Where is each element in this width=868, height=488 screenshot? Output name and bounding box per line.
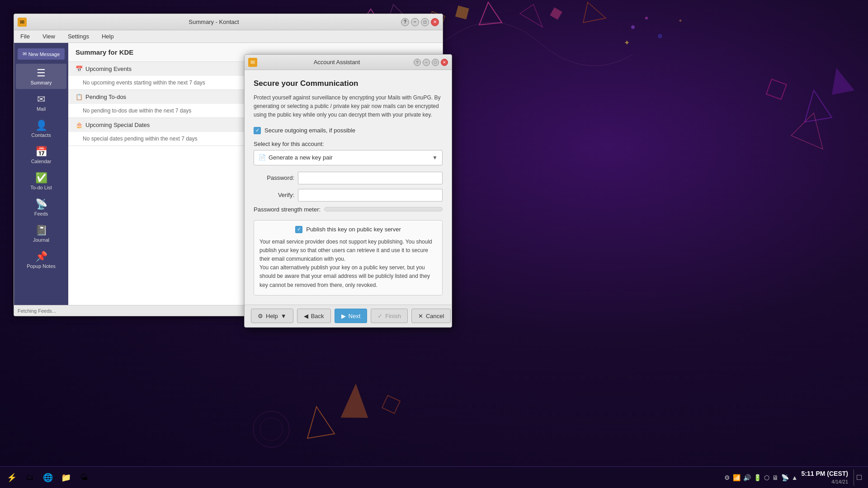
back-button[interactable]: ◀ Back	[297, 309, 331, 323]
dialog-help-button[interactable]: ?	[414, 59, 421, 66]
dialog-section-title: Secure your Communication	[254, 79, 443, 88]
secure-emails-label: Secure outgoing emails, if possible	[264, 127, 355, 134]
strength-bar-container	[324, 207, 443, 211]
dialog-minimize-button[interactable]: −	[423, 59, 430, 66]
cancel-button[interactable]: ✕ Cancel	[411, 309, 451, 323]
help-dropdown-icon: ▼	[281, 313, 287, 319]
verify-label: Verify:	[254, 192, 294, 198]
finish-button[interactable]: ✓ Finish	[371, 309, 408, 323]
dialog-title: Account Assistant	[260, 59, 414, 66]
select-key-label: Select key for this account:	[254, 141, 443, 147]
publish-checkbox-row: ✓ Publish this key on public key server	[259, 226, 437, 233]
account-assistant-dialog: ✉ Account Assistant ? − □ ✕ Secure your …	[244, 54, 452, 328]
strength-row: Password strength meter:	[254, 206, 443, 213]
dialog-footer: ⚙ Help ▼ ◀ Back ▶ Next ✓ Finish ✕ Cancel	[245, 305, 452, 327]
verify-row: Verify:	[254, 189, 443, 202]
key-select-arrow-icon: ▼	[432, 155, 438, 161]
password-row: Password:	[254, 172, 443, 184]
key-select-value: 📄 Generate a new key pair	[259, 154, 432, 161]
next-button[interactable]: ▶ Next	[335, 309, 368, 323]
key-icon: 📄	[259, 154, 266, 161]
password-label: Password:	[254, 174, 294, 181]
password-input[interactable]	[298, 172, 443, 184]
publish-box: ✓ Publish this key on public key server …	[254, 220, 443, 296]
publish-description: Your email service provider does not sup…	[259, 238, 437, 290]
finish-icon: ✓	[377, 313, 382, 319]
publish-checkbox[interactable]: ✓	[295, 226, 302, 233]
dialog-body: Secure your Communication Protect yourse…	[245, 70, 452, 305]
strength-label: Password strength meter:	[254, 206, 321, 213]
dialog-description: Protect yourself against surveillance by…	[254, 94, 443, 120]
help-button[interactable]: ⚙ Help ▼	[251, 309, 293, 323]
dialog-title-icon: ✉	[248, 58, 257, 67]
secure-emails-row: ✓ Secure outgoing emails, if possible	[254, 127, 443, 134]
dialog-close-button[interactable]: ✕	[441, 59, 448, 66]
verify-input[interactable]	[298, 189, 443, 202]
cancel-icon: ✕	[418, 313, 423, 319]
key-select-dropdown[interactable]: 📄 Generate a new key pair ▼	[254, 150, 443, 165]
next-icon: ▶	[341, 313, 346, 319]
dialog-controls: ? − □ ✕	[414, 59, 448, 66]
secure-emails-checkbox[interactable]: ✓	[254, 127, 261, 134]
back-icon: ◀	[304, 313, 308, 319]
help-icon: ⚙	[258, 313, 263, 319]
dialog-overlay: ✉ Account Assistant ? − □ ✕ Secure your …	[0, 0, 868, 488]
dialog-titlebar: ✉ Account Assistant ? − □ ✕	[245, 55, 452, 70]
publish-label: Publish this key on public key server	[306, 226, 401, 233]
dialog-maximize-button[interactable]: □	[432, 59, 439, 66]
